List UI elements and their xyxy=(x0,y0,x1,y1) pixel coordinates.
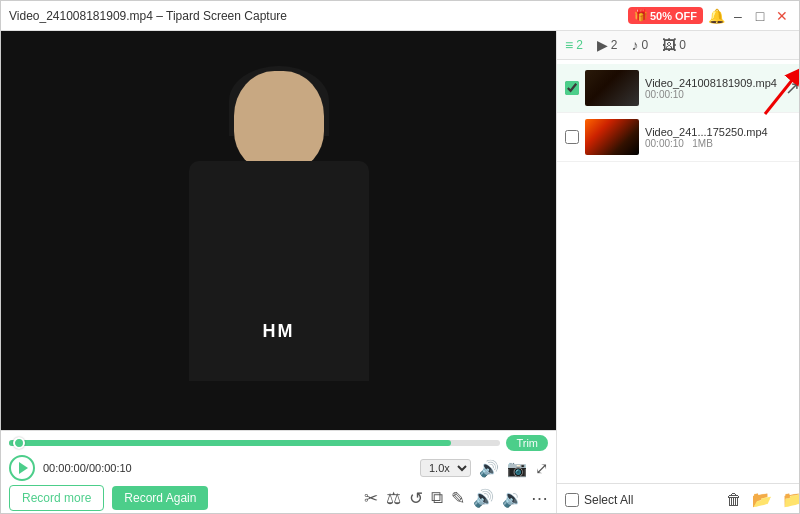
right-panel: ≡ 2 ▶ 2 ♪ 0 🖼 0 xyxy=(556,31,800,514)
tab-image[interactable]: 🖼 0 xyxy=(662,37,686,53)
video-tab-icon: ▶ xyxy=(597,37,608,53)
progress-row: Trim xyxy=(9,435,548,451)
list-item[interactable]: Video_241008181909.mp4 00:00:10 ↗ xyxy=(557,64,800,113)
right-tools: 🗑 📂 📁 xyxy=(726,490,800,509)
video-area: HM xyxy=(1,31,556,430)
minimize-button[interactable]: – xyxy=(729,7,747,25)
gift-icon: 🎁 xyxy=(634,9,648,22)
progress-thumb xyxy=(13,437,25,449)
fullscreen-icon[interactable]: ⤢ xyxy=(535,459,548,478)
person-body: HM xyxy=(189,161,369,381)
select-all-area: Select All xyxy=(565,493,633,507)
titlebar-left: Video_241008181909.mp4 – Tipard Screen C… xyxy=(9,9,287,23)
video-content: HM xyxy=(109,61,449,401)
item-meta-2: 00:00:10 1MB xyxy=(645,138,800,149)
adjust-icon[interactable]: ⚖ xyxy=(386,488,401,509)
tab-video[interactable]: ▶ 2 xyxy=(597,37,618,53)
item-info-2: Video_241...175250.mp4 00:00:10 1MB xyxy=(645,126,800,149)
progress-bar[interactable] xyxy=(9,440,500,446)
speed-select[interactable]: 1.0x 0.5x 1.5x 2.0x xyxy=(420,459,471,477)
audio-icon[interactable]: 🔊 xyxy=(473,488,494,509)
item-thumbnail-2 xyxy=(585,119,639,155)
app-title: Video_241008181909.mp4 – Tipard Screen C… xyxy=(9,9,287,23)
audio-tab-icon: ♪ xyxy=(632,37,639,53)
play-icon xyxy=(19,462,28,474)
item-name-2: Video_241...175250.mp4 xyxy=(645,126,800,138)
titlebar-right: 🎁 50% OFF 🔔 – □ ✕ xyxy=(628,7,791,25)
thumb-person xyxy=(585,70,639,106)
time-label: 00:00:00/00:00:10 xyxy=(43,462,132,474)
edit-icon[interactable]: ✎ xyxy=(451,488,465,509)
refresh-icon[interactable]: ↺ xyxy=(409,488,423,509)
scissors-icon[interactable]: ✂ xyxy=(364,488,378,509)
item-thumbnail-1 xyxy=(585,70,639,106)
item-checkbox-1[interactable] xyxy=(565,81,579,95)
list-item[interactable]: Video_241...175250.mp4 00:00:10 1MB xyxy=(557,113,800,162)
delete-icon[interactable]: 🗑 xyxy=(726,491,742,509)
folder-icon[interactable]: 📁 xyxy=(782,490,800,509)
action-row: Record more Record Again ✂ ⚖ ↺ ⧉ ✎ 🔊 🔉 ⋯ xyxy=(9,485,548,511)
more-icon[interactable]: ⋯ xyxy=(531,488,548,509)
bottom-controls: Trim 00:00:00/00:00:10 1.0x 0.5x 1.5x 2.… xyxy=(1,430,556,514)
controls-row: 00:00:00/00:00:10 1.0x 0.5x 1.5x 2.0x 🔊 … xyxy=(9,455,548,481)
video-list: Video_241008181909.mp4 00:00:10 ↗ xyxy=(557,60,800,483)
play-button[interactable] xyxy=(9,455,35,481)
video-frame: HM xyxy=(1,31,556,430)
item-export-icon[interactable]: ↗ xyxy=(783,75,800,101)
main-layout: HM Trim 00:00:00/00:00:10 xyxy=(1,31,799,514)
left-panel: HM Trim 00:00:00/00:00:10 xyxy=(1,31,556,514)
trim-button[interactable]: Trim xyxy=(506,435,548,451)
volume-icon[interactable]: 🔊 xyxy=(479,459,499,478)
item-info-1: Video_241008181909.mp4 00:00:10 xyxy=(645,77,777,100)
right-bottom-bar: Select All 🗑 📂 📁 xyxy=(557,483,800,514)
record-more-button[interactable]: Record more xyxy=(9,485,104,511)
camera-icon[interactable]: 📷 xyxy=(507,459,527,478)
bell-icon[interactable]: 🔔 xyxy=(707,7,725,25)
folder-open-icon[interactable]: 📂 xyxy=(752,490,772,509)
hoodie-text: HM xyxy=(263,321,295,342)
right-tabs: ≡ 2 ▶ 2 ♪ 0 🖼 0 xyxy=(557,31,800,60)
select-all-checkbox[interactable] xyxy=(565,493,579,507)
thumb-fire xyxy=(585,119,639,155)
record-again-button[interactable]: Record Again xyxy=(112,486,208,510)
select-all-label: Select All xyxy=(584,493,633,507)
item-duration-1: 00:00:10 xyxy=(645,89,777,100)
progress-fill xyxy=(9,440,451,446)
titlebar: Video_241008181909.mp4 – Tipard Screen C… xyxy=(1,1,799,31)
image-tab-icon: 🖼 xyxy=(662,37,676,53)
copy-icon[interactable]: ⧉ xyxy=(431,488,443,508)
promo-badge[interactable]: 🎁 50% OFF xyxy=(628,7,703,24)
item-checkbox-2[interactable] xyxy=(565,130,579,144)
tab-list[interactable]: ≡ 2 xyxy=(565,37,583,53)
volume-down-icon[interactable]: 🔉 xyxy=(502,488,523,509)
maximize-button[interactable]: □ xyxy=(751,7,769,25)
person-head xyxy=(234,71,324,171)
item-name-1: Video_241008181909.mp4 xyxy=(645,77,777,89)
list-icon: ≡ xyxy=(565,37,573,53)
tab-audio[interactable]: ♪ 0 xyxy=(632,37,649,53)
close-button[interactable]: ✕ xyxy=(773,7,791,25)
